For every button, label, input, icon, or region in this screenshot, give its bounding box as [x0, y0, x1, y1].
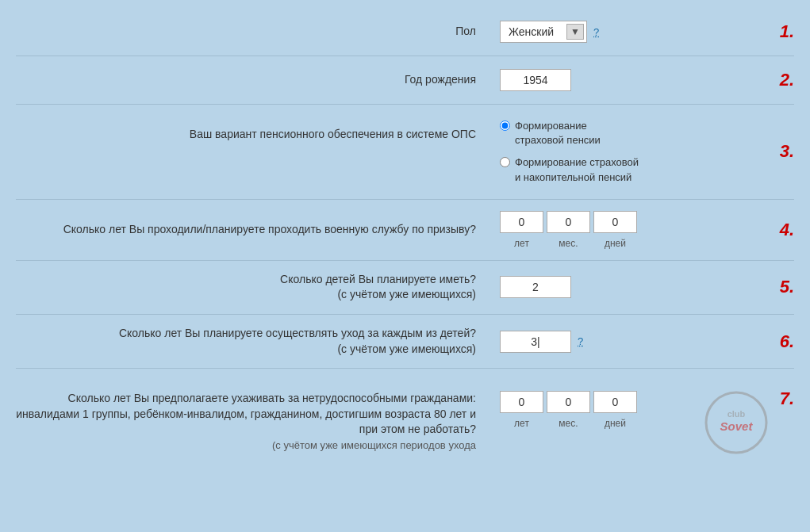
radio-item-strahovaya: Формированиестраховой пенсии: [500, 119, 639, 147]
triple-labels-invalid: лет мес. дней: [500, 418, 637, 429]
input-voen-let[interactable]: [500, 211, 543, 233]
controls-god: [492, 69, 794, 91]
unit-voen-dney: дней: [593, 238, 637, 249]
input-deti[interactable]: [500, 276, 571, 298]
svg-text:Sovet: Sovet: [720, 419, 754, 433]
row-pol: Пол Мужской Женский ▼ ? 1.: [0, 8, 810, 55]
unit-voen-mes: мес.: [547, 238, 590, 249]
input-invalid-let[interactable]: [500, 391, 543, 413]
row-deti: Сколько детей Вы планируете иметь?(с учё…: [0, 261, 810, 314]
unit-voen-let: лет: [500, 238, 543, 249]
watermark-icon: club Sovet: [703, 389, 770, 457]
select-pol[interactable]: Мужской Женский: [500, 21, 587, 43]
row-uhod-deti: Сколько лет Вы планируете осуществлять у…: [0, 315, 810, 368]
input-uhod-deti[interactable]: [500, 331, 571, 353]
label-voen: Сколько лет Вы проходили/планируете прох…: [16, 222, 492, 238]
controls-deti: [492, 276, 794, 298]
radio-item-nakopitelnaya: Формирование страховойи накопительной пе…: [500, 155, 639, 184]
row-number-5: 5.: [780, 277, 794, 297]
row-number-4: 4.: [780, 220, 794, 240]
radio-nakopitelnaya[interactable]: [500, 157, 510, 167]
unit-invalid-let: лет: [500, 418, 543, 429]
label-pol: Пол: [16, 24, 492, 40]
controls-voen: лет мес. дней: [492, 211, 794, 249]
svg-text:club: club: [727, 409, 746, 419]
row-number-2: 2.: [780, 70, 794, 90]
input-invalid-mes[interactable]: [547, 391, 590, 413]
label-nakopitelnaya: Формирование страховойи накопительной пе…: [515, 155, 639, 184]
row-voen: Сколько лет Вы проходили/планируете прох…: [0, 200, 810, 260]
help-icon-uhod-deti[interactable]: ?: [578, 335, 583, 347]
row-number-7: 7.: [780, 388, 794, 409]
label-strahovaya: Формированиестраховой пенсии: [515, 119, 601, 147]
controls-pol: Мужской Женский ▼ ?: [492, 21, 794, 43]
controls-uhod-deti: ?: [492, 331, 794, 353]
controls-ops: Формированиестраховой пенсии Формировани…: [492, 119, 794, 185]
select-wrapper-pol[interactable]: Мужской Женский ▼: [500, 21, 587, 43]
label-uhod-deti: Сколько лет Вы планируете осуществлять у…: [16, 326, 492, 357]
label-ops: Ваш вариант пенсионного обеспечения в си…: [16, 119, 492, 143]
input-voen-dney[interactable]: [593, 211, 637, 233]
row-number-6: 6.: [780, 331, 794, 352]
radio-strahovaya[interactable]: [500, 121, 510, 131]
triple-row-invalid: [500, 391, 637, 413]
row-invalid: Сколько лет Вы предполагаете ухаживать з…: [0, 369, 810, 464]
triple-row-voen: [500, 211, 637, 233]
label-deti: Сколько детей Вы планируете иметь?(с учё…: [16, 272, 492, 303]
radio-group-ops: Формированиестраховой пенсии Формировани…: [500, 119, 639, 185]
row-god: Год рождения 2.: [0, 56, 810, 104]
label-invalid: Сколько лет Вы предполагаете ухаживать з…: [16, 383, 492, 453]
watermark: club Sovet: [703, 389, 770, 457]
input-invalid-dney[interactable]: [593, 391, 637, 413]
input-voen-mes[interactable]: [547, 211, 590, 233]
triple-voen: лет мес. дней: [500, 211, 637, 249]
triple-labels-voen: лет мес. дней: [500, 238, 637, 249]
row-number-3: 3.: [780, 141, 794, 162]
input-god-rozhdeniya[interactable]: [500, 69, 571, 91]
main-container: Пол Мужской Женский ▼ ? 1. Год рождения …: [0, 0, 810, 473]
row-number-1: 1.: [780, 21, 794, 42]
label-god: Год рождения: [16, 72, 492, 88]
unit-invalid-mes: мес.: [547, 418, 590, 429]
row-ops: Ваш вариант пенсионного обеспечения в си…: [0, 105, 810, 199]
triple-invalid: лет мес. дней: [500, 391, 637, 429]
unit-invalid-dney: дней: [593, 418, 637, 429]
help-icon-pol[interactable]: ?: [593, 26, 599, 38]
